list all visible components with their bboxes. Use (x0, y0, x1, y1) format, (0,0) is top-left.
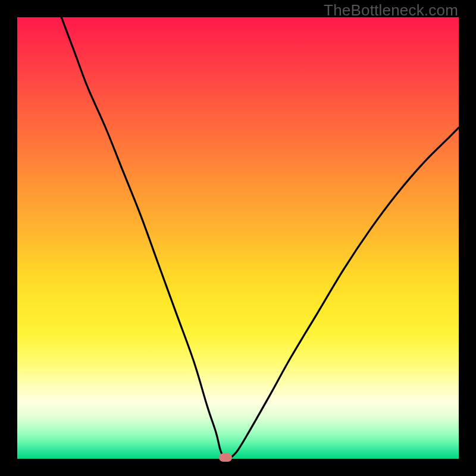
curve-svg (17, 17, 459, 459)
outer-frame: TheBottleneck.com (0, 0, 476, 476)
minimum-marker (219, 453, 232, 462)
bottleneck-curve (61, 17, 459, 459)
plot-area (17, 17, 459, 459)
